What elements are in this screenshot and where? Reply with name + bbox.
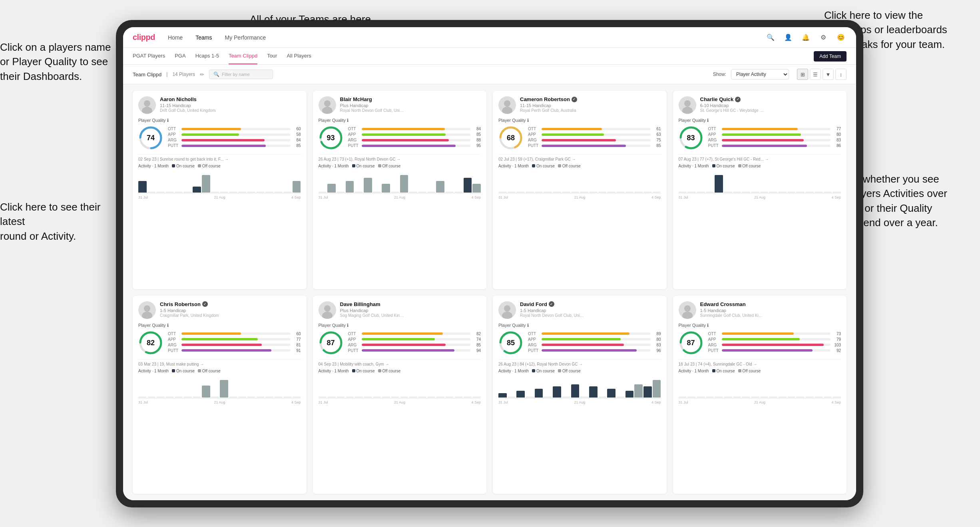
latest-round[interactable]: 26 Aug 23 | 73 (+1), Royal North Devon G…	[319, 154, 481, 161]
off-course-dot	[378, 369, 381, 372]
user-avatar-icon[interactable]: 😊	[835, 32, 847, 43]
stat-bar	[362, 344, 446, 346]
quality-label: Player Quality ℹ	[319, 118, 481, 123]
latest-round[interactable]: 02 Jul 23 | 59 (+17), Craigmillar Park G…	[498, 154, 661, 161]
chart-bar	[454, 192, 463, 193]
team-edit-icon[interactable]: ✏	[200, 72, 204, 78]
filter-button[interactable]: ▼	[823, 69, 834, 80]
player-name[interactable]: Aaron Nicholls	[160, 96, 301, 102]
player-card[interactable]: David Ford ✓ 1-5 Handicap Royal North De…	[493, 296, 667, 494]
sort-button[interactable]: ↕	[835, 69, 847, 80]
quality-circle[interactable]: 82	[138, 330, 163, 355]
chart-bar	[147, 397, 156, 398]
stat-value: 86	[833, 143, 841, 148]
chart-bar	[571, 384, 580, 398]
navbar: clippd Home Teams My Performance 🔍 👤 🔔 ⚙…	[123, 27, 856, 48]
player-card-header: Edward Crossman 1-5 Handicap Sunningdale…	[679, 301, 841, 319]
quality-circle[interactable]: 85	[498, 330, 523, 355]
chart-date-mid: 21 Aug	[574, 195, 585, 199]
stat-value: 84	[293, 138, 301, 142]
chart-bar	[653, 380, 661, 398]
player-card[interactable]: Blair McHarg Plus Handicap Royal North D…	[313, 91, 487, 289]
player-name[interactable]: Cameron Robertson ✓	[520, 96, 661, 102]
player-avatar	[138, 301, 156, 319]
settings-icon[interactable]: ⚙	[818, 32, 829, 43]
chart-date-mid: 21 Aug	[754, 195, 765, 199]
annotation-left-top: Click on a players nameor Player Quality…	[0, 40, 112, 84]
view-icons-group: ⊞ ☰ ▼ ↕	[797, 69, 847, 80]
subtab-tour[interactable]: Tour	[267, 48, 277, 64]
latest-round[interactable]: 18 Jul 23 | 74 (+4), Sunningdale GC - Ol…	[679, 359, 841, 366]
nav-home[interactable]: Home	[168, 33, 183, 42]
quality-circle[interactable]: 93	[319, 125, 343, 150]
show-select[interactable]: Player Activity Quality Score Trend	[731, 69, 789, 80]
player-club: Royal North Devon Golf Club, United Kin.…	[520, 313, 584, 318]
latest-round[interactable]: 04 Sep 23 | Mobility with coach, Gym →	[319, 359, 481, 366]
grid-view-button[interactable]: ⊞	[797, 69, 808, 80]
player-card[interactable]: Chris Robertson ✓ 1-5 Handicap Craigmill…	[133, 296, 307, 494]
bell-icon[interactable]: 🔔	[800, 32, 811, 43]
chart-date-mid: 21 Aug	[214, 400, 225, 404]
chart-bar	[229, 397, 237, 398]
quality-circle[interactable]: 87	[319, 330, 343, 355]
latest-round[interactable]: 07 Aug 23 | 77 (+7), St George's Hill GC…	[679, 154, 841, 161]
nav-teams[interactable]: Teams	[195, 33, 212, 42]
quality-number: 85	[507, 338, 515, 347]
stat-value: 103	[833, 343, 841, 347]
quality-section: 83 OTT 77 APP 80 ARG	[679, 125, 841, 150]
player-name[interactable]: Charlie Quick ✓	[700, 96, 841, 102]
quality-circle[interactable]: 68	[498, 125, 523, 150]
activity-label: Activity · 1 Month On course Off course	[498, 164, 661, 168]
subtab-hcaps[interactable]: Hcaps 1-5	[195, 48, 219, 64]
on-course-legend: On course	[532, 369, 555, 373]
stat-row-putt: PUTT 85	[528, 143, 661, 148]
player-handicap: Plus Handicap	[340, 103, 481, 108]
latest-round[interactable]: 26 Aug 23 | 84 (+12), Royal North Devon …	[498, 359, 661, 366]
subtab-pgat[interactable]: PGAT Players	[133, 48, 165, 64]
on-course-legend: On course	[532, 164, 555, 168]
player-club: Sog Maging Golf Club, United Kingdom	[340, 313, 404, 318]
subtab-team-clippd[interactable]: Team Clippd	[229, 48, 257, 64]
add-team-button[interactable]: Add Team	[814, 51, 847, 62]
chart-bar	[706, 397, 714, 398]
latest-round[interactable]: 02 Sep 23 | Sunrise round to get back in…	[138, 154, 301, 161]
list-view-button[interactable]: ☰	[810, 69, 821, 80]
stat-row-app: APP 85	[348, 132, 481, 137]
chart-bar	[238, 397, 247, 398]
search-icon[interactable]: 🔍	[765, 32, 776, 43]
stat-label: PUTT	[708, 348, 719, 353]
stat-bar-bg	[542, 145, 651, 147]
player-card[interactable]: Dave Billingham Plus Handicap Sog Maging…	[313, 296, 487, 494]
player-name[interactable]: Dave Billingham	[340, 301, 481, 307]
stat-bar	[722, 145, 807, 147]
chart-bar	[355, 397, 363, 398]
stat-value: 61	[653, 127, 661, 131]
chart-bar	[427, 397, 436, 398]
show-label: Show:	[713, 72, 726, 77]
stat-row-app: APP 74	[348, 337, 481, 342]
nav-performance[interactable]: My Performance	[225, 33, 266, 42]
chart-bar	[391, 397, 399, 398]
player-card[interactable]: Aaron Nicholls 11-15 Handicap Drift Golf…	[133, 91, 307, 289]
chart-bar	[293, 181, 301, 193]
chart-bar	[824, 192, 832, 193]
player-name[interactable]: Edward Crossman	[700, 301, 841, 307]
subtab-pga[interactable]: PGA	[175, 48, 185, 64]
quality-circle[interactable]: 87	[679, 330, 703, 355]
player-name[interactable]: David Ford ✓	[520, 301, 661, 307]
player-info: Edward Crossman 1-5 Handicap Sunningdale…	[700, 301, 841, 318]
player-card[interactable]: Charlie Quick ✓ 6-10 Handicap St. George…	[673, 91, 847, 289]
quality-circle[interactable]: 74	[138, 125, 163, 150]
search-box[interactable]: 🔍 Filter by name	[209, 70, 273, 79]
player-name[interactable]: Chris Robertson ✓	[160, 301, 301, 307]
subtab-all-players[interactable]: All Players	[287, 48, 311, 64]
player-card[interactable]: Cameron Robertson ✓ 11-15 Handicap Royal…	[493, 91, 667, 289]
player-avatar	[679, 301, 696, 319]
player-card[interactable]: Edward Crossman 1-5 Handicap Sunningdale…	[673, 296, 847, 494]
latest-round[interactable]: 03 Mar 23 | 19, Must make putting →	[138, 359, 301, 366]
stat-row-putt: PUTT 96	[528, 348, 661, 353]
stat-bar-bg	[181, 133, 291, 136]
player-name[interactable]: Blair McHarg	[340, 96, 481, 102]
profile-icon[interactable]: 👤	[783, 32, 794, 43]
quality-circle[interactable]: 83	[679, 125, 703, 150]
